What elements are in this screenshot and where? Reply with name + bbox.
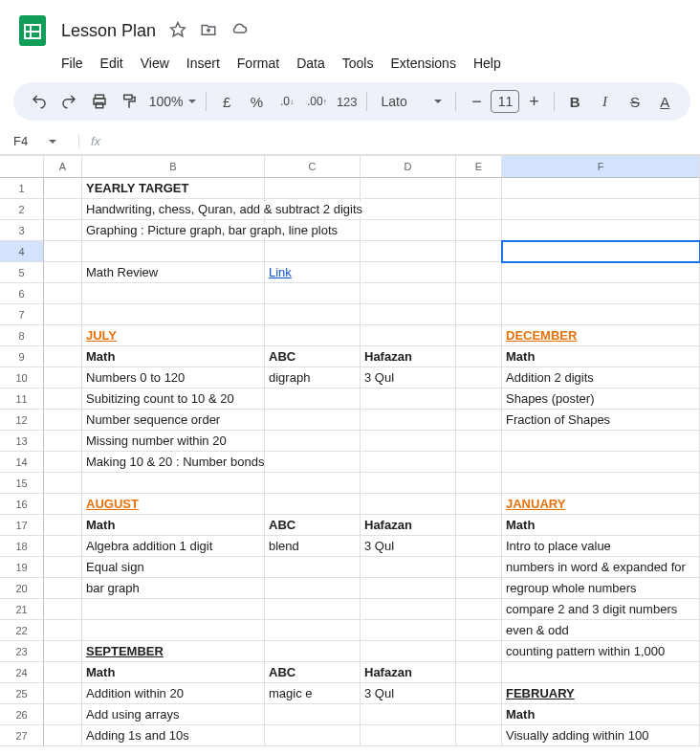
cell[interactable] xyxy=(456,494,502,515)
cell[interactable] xyxy=(44,325,82,346)
row-header[interactable]: 7 xyxy=(0,304,44,325)
row-header[interactable]: 24 xyxy=(0,662,44,683)
cell[interactable]: Math xyxy=(82,346,265,367)
cell[interactable] xyxy=(361,494,456,515)
cell[interactable] xyxy=(361,199,456,220)
cell[interactable] xyxy=(265,599,361,620)
cell[interactable]: Shapes (poster) xyxy=(502,389,700,410)
cell[interactable] xyxy=(456,557,502,578)
cell[interactable]: blend xyxy=(265,536,361,557)
cell[interactable]: Handwriting, chess, Quran, add & subtrac… xyxy=(82,199,265,220)
menu-view[interactable]: View xyxy=(133,52,177,75)
cell[interactable] xyxy=(265,304,361,325)
cell[interactable] xyxy=(456,536,502,557)
cell[interactable] xyxy=(456,283,502,304)
row-header[interactable]: 12 xyxy=(0,410,44,431)
cell[interactable] xyxy=(265,473,361,494)
cell[interactable] xyxy=(456,599,502,620)
cell[interactable] xyxy=(44,220,82,241)
menu-edit[interactable]: Edit xyxy=(93,52,131,75)
row-header[interactable]: 4 xyxy=(0,241,44,262)
cell[interactable] xyxy=(44,494,82,515)
cell[interactable]: DECEMBER xyxy=(502,325,700,346)
cell[interactable]: ABC xyxy=(265,346,361,367)
cell[interactable] xyxy=(265,725,361,746)
cell[interactable] xyxy=(456,346,502,367)
decrease-font-button[interactable]: − xyxy=(462,88,491,115)
cell[interactable] xyxy=(44,725,82,746)
cell[interactable] xyxy=(456,262,502,283)
cell[interactable] xyxy=(456,220,502,241)
row-header[interactable]: 17 xyxy=(0,515,44,536)
more-formats-button[interactable]: 123 xyxy=(333,88,361,115)
cell[interactable]: Math xyxy=(502,515,700,536)
paint-format-button[interactable] xyxy=(115,88,142,115)
document-title[interactable]: Lesson Plan xyxy=(61,21,156,41)
font-family-select[interactable]: Lato xyxy=(373,94,449,109)
cell[interactable]: JANUARY xyxy=(502,494,700,515)
cell[interactable] xyxy=(456,325,502,346)
menu-file[interactable]: File xyxy=(54,52,91,75)
cell[interactable] xyxy=(44,662,82,683)
cell[interactable] xyxy=(361,557,456,578)
row-header[interactable]: 16 xyxy=(0,494,44,515)
cell[interactable] xyxy=(44,599,82,620)
cell[interactable] xyxy=(265,704,361,725)
row-header[interactable]: 23 xyxy=(0,641,44,662)
cell[interactable] xyxy=(44,178,82,199)
currency-pound-button[interactable]: £ xyxy=(212,88,240,115)
column-header-B[interactable]: B xyxy=(82,156,265,178)
cell[interactable] xyxy=(456,515,502,536)
cell[interactable] xyxy=(456,725,502,746)
cell[interactable]: Link xyxy=(265,262,361,283)
cell[interactable] xyxy=(44,473,82,494)
cell[interactable] xyxy=(456,178,502,199)
cell[interactable]: Numbers 0 to 120 xyxy=(82,367,265,389)
cell[interactable] xyxy=(265,557,361,578)
menu-insert[interactable]: Insert xyxy=(179,52,228,75)
percent-button[interactable]: % xyxy=(243,88,271,115)
cell[interactable] xyxy=(456,431,502,452)
cell[interactable]: Number sequence order xyxy=(82,410,265,431)
cell[interactable] xyxy=(82,304,265,325)
cell[interactable]: 3 Qul xyxy=(361,367,456,389)
cell[interactable] xyxy=(456,452,502,473)
cell[interactable]: magic e xyxy=(265,683,361,704)
cell[interactable] xyxy=(361,304,456,325)
cell[interactable] xyxy=(361,220,456,241)
cell[interactable] xyxy=(361,389,456,410)
cell[interactable]: Fraction of Shapes xyxy=(502,410,700,431)
cell[interactable] xyxy=(502,262,700,283)
cell[interactable]: Addition within 20 xyxy=(82,683,265,704)
zoom-select[interactable]: 100% xyxy=(145,94,201,109)
cell[interactable]: Intro to place value xyxy=(502,536,700,557)
menu-format[interactable]: Format xyxy=(230,52,287,75)
cell[interactable]: Addition 2 digits xyxy=(502,367,700,389)
increase-decimal-button[interactable]: .00↑ xyxy=(303,88,331,115)
cell[interactable] xyxy=(361,620,456,641)
cell[interactable]: Equal sign xyxy=(82,557,265,578)
row-header[interactable]: 10 xyxy=(0,367,44,389)
cell[interactable] xyxy=(361,325,456,346)
menu-data[interactable]: Data xyxy=(289,52,333,75)
row-header[interactable]: 14 xyxy=(0,452,44,473)
cell-name-box[interactable]: F4 xyxy=(8,134,65,148)
row-header[interactable]: 25 xyxy=(0,683,44,704)
cell[interactable] xyxy=(456,241,502,262)
cell[interactable] xyxy=(44,620,82,641)
cell[interactable] xyxy=(502,178,700,199)
cell[interactable] xyxy=(361,262,456,283)
cell[interactable] xyxy=(44,578,82,599)
cell[interactable] xyxy=(82,620,265,641)
cell[interactable]: SEPTEMBER xyxy=(82,641,265,662)
cell[interactable] xyxy=(44,536,82,557)
cell[interactable] xyxy=(82,599,265,620)
cell[interactable] xyxy=(44,431,82,452)
cell[interactable] xyxy=(265,410,361,431)
column-header-F[interactable]: F xyxy=(502,156,700,178)
cell[interactable]: bar graph xyxy=(82,578,265,599)
cell[interactable]: Hafazan xyxy=(361,346,456,367)
decrease-decimal-button[interactable]: .0↓ xyxy=(273,88,300,115)
cell[interactable]: Hafazan xyxy=(361,662,456,683)
cell[interactable] xyxy=(361,452,456,473)
